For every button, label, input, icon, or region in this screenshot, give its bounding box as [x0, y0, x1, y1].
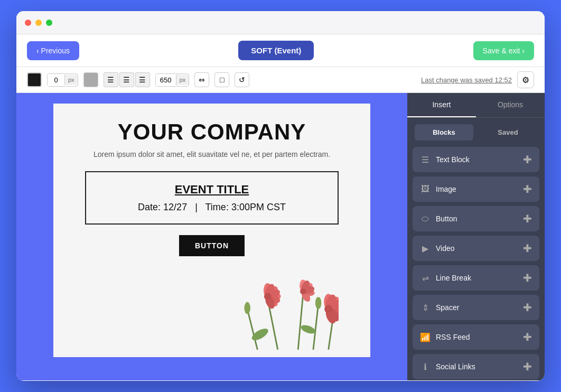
previous-button[interactable]: ‹ Previous — [27, 41, 79, 60]
block-item-social-block[interactable]: ℹ Social Links ✚ — [413, 354, 539, 379]
block-item-spacer-block[interactable]: ⇕ Spacer ✚ — [413, 295, 539, 320]
block-item-linebreak-block[interactable]: ⇌ Line Break ✚ — [413, 265, 539, 291]
block-label-image-block: Image — [436, 185, 456, 193]
add-block-social-block[interactable]: ✚ — [523, 360, 532, 373]
sidebar: Insert Options Blocks Saved ☰ Text Block… — [407, 93, 545, 380]
maximize-dot[interactable] — [46, 20, 52, 26]
add-block-button-block[interactable]: ✚ — [523, 212, 532, 225]
block-item-left: ☰ Text Block — [420, 155, 470, 165]
save-exit-button[interactable]: Save & exit › — [473, 41, 534, 60]
swap-icon[interactable]: ⇔ — [194, 72, 209, 87]
event-box: EVENT TITLE Date: 12/27 | Time: 3:00PM C… — [85, 171, 339, 225]
add-block-linebreak-block[interactable]: ✚ — [523, 272, 532, 284]
svg-point-33 — [244, 302, 250, 314]
px-value-input[interactable] — [48, 74, 64, 86]
border-icon[interactable]: □ — [214, 72, 229, 87]
undo-icon[interactable]: ↺ — [235, 72, 249, 87]
align-buttons: ☰ ☰ ☰ — [104, 72, 150, 87]
width-unit-label: px — [176, 74, 189, 85]
tab-options[interactable]: Options — [476, 93, 545, 117]
company-name: YOUR COMPANY — [85, 119, 339, 145]
toolbar-center: SOFT (Event) — [238, 41, 314, 60]
block-item-button-block[interactable]: ⬭ Button ✚ — [413, 206, 539, 231]
event-date: Date: 12/27 — [138, 202, 187, 212]
sub-tabs: Blocks Saved — [407, 118, 545, 147]
event-time: Time: 3:00PM CST — [205, 202, 286, 212]
event-button[interactable]: SOFT (Event) — [238, 41, 314, 60]
toolbar-right: Save & exit › — [473, 41, 534, 60]
block-item-rss-block[interactable]: 📶 RSS Feed ✚ — [413, 324, 539, 350]
block-icon-social-block: ℹ — [420, 362, 431, 372]
add-block-text-block[interactable]: ✚ — [523, 153, 532, 166]
block-item-left: ℹ Social Links — [420, 362, 475, 372]
block-item-video-block[interactable]: ▶ Video ✚ — [413, 236, 539, 261]
event-details: Date: 12/27 | Time: 3:00PM CST — [97, 202, 327, 213]
block-item-left: ▶ Video — [420, 244, 455, 254]
block-icon-spacer-block: ⇕ — [420, 303, 431, 313]
block-item-left: ⇕ Spacer — [420, 303, 459, 313]
svg-point-25 — [324, 305, 332, 313]
px-unit-label: px — [64, 74, 78, 85]
block-label-social-block: Social Links — [436, 362, 475, 371]
block-label-spacer-block: Spacer — [436, 303, 459, 312]
svg-point-6 — [300, 323, 317, 335]
color-picker[interactable] — [27, 72, 42, 87]
minimize-dot[interactable] — [35, 20, 42, 26]
block-icon-linebreak-block: ⇌ — [420, 273, 431, 283]
svg-line-2 — [313, 304, 319, 349]
email-subtitle: Lorem ipsum dolor sit amet, elit suavita… — [85, 150, 339, 158]
canvas-area[interactable]: YOUR COMPANY Lorem ipsum dolor sit amet,… — [16, 93, 407, 380]
width-value-input[interactable] — [156, 74, 176, 86]
block-label-rss-block: RSS Feed — [436, 333, 470, 341]
titlebar — [16, 11, 545, 34]
last-change-label[interactable]: Last change was saved 12:52 — [421, 76, 512, 84]
block-list: ☰ Text Block ✚ 🖼 Image ✚ ⬭ Button ✚ ▶ Vi… — [407, 147, 545, 380]
block-label-text-block: Text Block — [436, 155, 470, 164]
block-icon-video-block: ▶ — [420, 244, 431, 254]
flower-decoration — [85, 267, 339, 351]
align-center-button[interactable]: ☰ — [119, 72, 134, 87]
toolbar-left: ‹ Previous — [27, 41, 79, 60]
email-preview: YOUR COMPANY Lorem ipsum dolor sit amet,… — [53, 104, 370, 357]
block-icon-text-block: ☰ — [420, 155, 431, 165]
svg-line-3 — [247, 309, 257, 350]
add-block-video-block[interactable]: ✚ — [523, 242, 532, 255]
align-right-button[interactable]: ☰ — [135, 72, 150, 87]
event-separator: | — [195, 202, 198, 212]
block-icon-rss-block: 📶 — [420, 332, 431, 342]
align-left-button[interactable]: ☰ — [104, 72, 118, 87]
close-dot[interactable] — [25, 20, 31, 26]
app-window: ‹ Previous SOFT (Event) Save & exit › px… — [16, 11, 545, 381]
add-block-rss-block[interactable]: ✚ — [523, 331, 532, 343]
tab-insert[interactable]: Insert — [407, 93, 476, 117]
sub-tab-blocks[interactable]: Blocks — [415, 124, 473, 141]
block-item-left: ⇌ Line Break — [420, 273, 471, 283]
block-label-button-block: Button — [436, 214, 457, 223]
add-block-spacer-block[interactable]: ✚ — [523, 301, 532, 314]
sidebar-tabs: Insert Options — [407, 93, 545, 118]
format-bar: px ☰ ☰ ☰ px ⇔ □ ↺ Last change was saved … — [16, 67, 545, 93]
block-label-linebreak-block: Line Break — [436, 274, 471, 282]
block-label-video-block: Video — [436, 244, 455, 253]
svg-point-15 — [264, 293, 271, 300]
block-icon-image-block: 🖼 — [420, 184, 431, 194]
width-input[interactable]: px — [155, 73, 190, 87]
block-item-left: 🖼 Image — [420, 184, 456, 194]
px-input[interactable]: px — [47, 73, 78, 87]
svg-point-34 — [315, 297, 322, 309]
block-item-left: ⬭ Button — [420, 214, 457, 223]
event-title: EVENT TITLE — [97, 183, 327, 197]
settings-button[interactable]: ⚙ — [517, 71, 534, 88]
svg-point-32 — [300, 288, 306, 295]
block-item-image-block[interactable]: 🖼 Image ✚ — [413, 176, 539, 202]
main-content: YOUR COMPANY Lorem ipsum dolor sit amet,… — [16, 93, 545, 380]
block-item-text-block[interactable]: ☰ Text Block ✚ — [413, 147, 539, 172]
add-block-image-block[interactable]: ✚ — [523, 183, 532, 195]
block-item-left: 📶 RSS Feed — [420, 332, 470, 342]
block-icon-button-block: ⬭ — [420, 214, 431, 223]
svg-line-1 — [298, 294, 303, 350]
top-toolbar: ‹ Previous SOFT (Event) Save & exit › — [16, 34, 545, 67]
sub-tab-saved[interactable]: Saved — [479, 124, 537, 141]
email-cta-button[interactable]: BUTTON — [179, 235, 245, 256]
color-swatch-gray[interactable] — [83, 72, 98, 87]
